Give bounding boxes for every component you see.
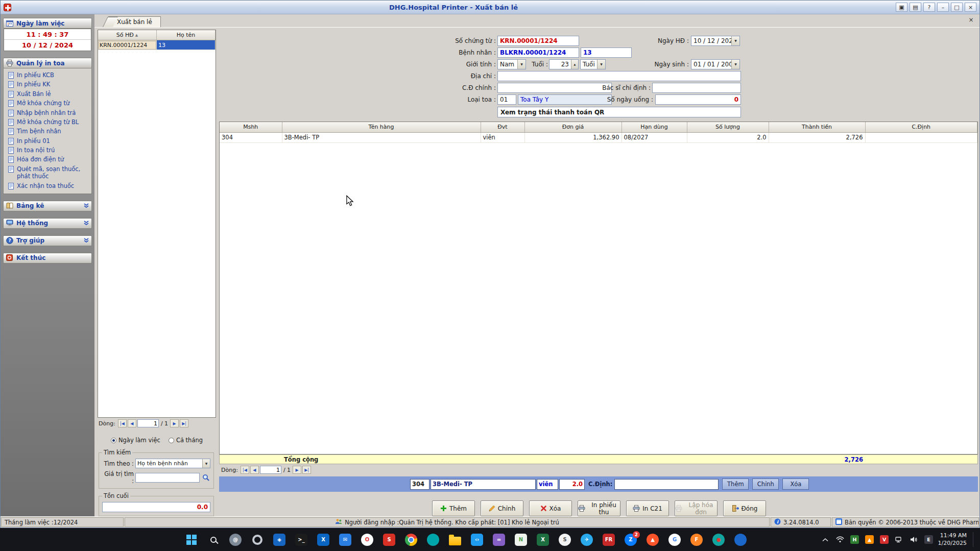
start-button[interactable] [184,532,199,547]
chevron-down-icon[interactable]: ▼ [731,60,739,69]
column-so-hd[interactable]: Số HĐ▲ [98,30,157,40]
search-icon[interactable] [206,532,221,547]
grid-column-6[interactable]: Số lượng [687,122,769,132]
file-explorer-icon[interactable] [447,532,463,547]
column-ho-ten[interactable]: Họ tên [157,30,216,40]
sidebar-section-he-thong[interactable]: Hệ thống [3,218,92,229]
tab-close-button[interactable]: × [967,17,975,25]
grid-row[interactable]: 3043B-Medi- TPviên1,362.9008/20272.02,72… [220,132,977,142]
grid-column-1[interactable]: Mshh [220,122,282,132]
sidebar-item-in-phieu-01[interactable]: In phiếu 01 [5,136,90,146]
chevron-down-icon[interactable]: ▼ [517,60,525,69]
toolbar-window-button[interactable]: ▣ [896,3,907,12]
grid-column-8[interactable]: C.Định [865,122,977,132]
sidebar-item-mo-khoa-chung-tu[interactable]: Mở khóa chứng từ [5,99,90,108]
taskbar-clock[interactable]: 11:49 AM 1/20/2025 [938,532,967,547]
brave-icon[interactable]: ▲ [645,532,660,547]
sidebar-item-nhap-benh-nhan-tra[interactable]: Nhập bệnh nhân trả [5,108,90,117]
grid-column-5[interactable]: Hạn dùng [622,122,687,132]
sidebar-item-quet-ma-soan-thuoc-phat-thuoc[interactable]: Quét mã, soạn thuốc, phát thuốc [5,164,90,181]
edit-xoa-button[interactable]: Xóa [782,478,809,490]
settings-gear-icon[interactable] [250,532,265,547]
notepadpp-icon[interactable]: N [513,532,529,547]
in-c21-button[interactable]: In C21 [626,500,669,516]
grid-column-2[interactable]: Tên hàng [282,122,481,132]
edit-mshh-field[interactable]: 304 [410,479,429,490]
so-chung-tu-field[interactable]: KRN.00001/1224 [497,36,579,46]
loai-toa-code-field[interactable]: 01 [497,94,516,105]
radio-ngay-lam-viec[interactable]: Ngày làm việc [111,437,160,444]
grid-column-7[interactable]: Thành tiền [769,122,865,132]
benh-nhan-name-field[interactable]: 13 [581,47,632,58]
tuoi-unit-select[interactable]: Tuổi▼ [580,59,606,69]
ngay-sinh-field[interactable]: 01 / 01 / 2002▼ [691,59,740,69]
spinner-buttons[interactable]: ▲▼ [571,60,578,69]
spin-down-icon[interactable]: ▼ [571,69,578,69]
app-teal-red-icon[interactable]: ● [711,532,726,547]
find-by-select[interactable]: Họ tên bệnh nhân▼ [135,459,210,468]
chevron-down-icon[interactable]: ▼ [731,36,739,45]
toolbar-grid-button[interactable]: ▤ [910,3,921,12]
qr-status-button[interactable]: Xem trạng thái thanh toán QR [497,107,741,117]
edit-ten-hang-field[interactable]: 3B-Medi- TP [431,479,536,490]
dong-button[interactable]: Đóng [723,500,766,516]
sidebar-item-mo-khoa-chung-tu-bl[interactable]: Mở khóa chứng từ BL [5,117,90,127]
tuoi-spinner[interactable]: 23▲▼ [549,59,579,69]
maximize-button[interactable]: □ [951,3,963,12]
help-button[interactable]: ? [923,3,935,12]
sidebar-section-tro-giup[interactable]: ? Trợ giúp [3,235,92,246]
benh-nhan-code-field[interactable]: BLKRN.00001/1224 [497,47,579,58]
grid-column-4[interactable]: Đơn giá [524,122,622,132]
tray-shield-orange-icon[interactable]: ▲ [864,534,875,545]
edit-dvt-field[interactable]: viên [537,479,558,490]
zalo-icon[interactable]: Z2 [623,532,638,547]
prev-page-button[interactable]: ◀ [250,466,259,474]
edit-chinh-button[interactable]: Chỉnh [752,478,779,490]
chevron-down-icon[interactable]: ▼ [597,60,605,69]
gioi-tinh-select[interactable]: Nam▼ [497,59,526,69]
tray-volume-icon[interactable] [909,534,920,545]
app-o-red-icon[interactable]: O [360,532,375,547]
terminal-icon[interactable]: >_ [294,532,309,547]
sidebar-item-xuat-ban-le[interactable]: Xuất Bán lẻ [5,89,90,99]
grid-column-3[interactable]: Đvt [481,122,524,132]
search-value-input[interactable] [135,473,200,483]
tray-wifi-icon[interactable] [834,534,846,545]
close-button[interactable]: × [965,3,976,12]
sidebar-exit[interactable]: Kết thúc [3,253,92,263]
first-page-button[interactable]: |◀ [118,419,127,427]
invoice-row[interactable]: KRN.00001/1224 13 [98,40,216,50]
in-phieu-thu-button[interactable]: In phiếu thu [578,500,620,516]
dia-chi-field[interactable] [497,71,741,81]
tray-h-green-icon[interactable]: H [849,534,861,545]
lap-hoa-don-button[interactable]: Lập hóa đơn [675,500,718,516]
app-swirl-icon[interactable]: @ [228,532,243,547]
sidebar-item-in-phieu-kk[interactable]: In phiếu KK [5,80,90,89]
vscode-icon[interactable]: ‹› [469,532,485,547]
last-page-button[interactable]: ▶| [180,419,188,427]
app-teal-icon[interactable] [425,532,441,547]
tray-v-red-icon[interactable]: V [879,534,890,545]
app-g-icon[interactable]: G [667,532,682,547]
last-page-button[interactable]: ▶| [302,466,311,474]
app-s-red-icon[interactable]: S [381,532,397,547]
mail-icon[interactable]: ✉ [338,532,353,547]
spin-up-icon[interactable]: ▲ [571,60,578,69]
sidebar-item-xac-nhan-toa-thuoc[interactable]: Xác nhận toa thuốc [5,181,90,190]
so-ngay-uong-field[interactable]: 0 [655,94,741,105]
xoa-button[interactable]: Xóa [529,500,572,516]
them-button[interactable]: Thêm [432,500,475,516]
sidebar-section-bang-ke[interactable]: Bảng kê [3,201,92,211]
sidebar-item-in-phieu-kcb[interactable]: In phiếu KCB [5,70,90,80]
edit-cdinh-field[interactable] [614,479,719,490]
tray-lang-icon[interactable]: E [923,534,935,545]
chinh-button[interactable]: Chỉnh [481,500,523,516]
firefox-icon[interactable]: F [689,532,704,547]
ngay-hd-field[interactable]: 10 / 12 / 2024▼ [691,36,740,46]
app-blue-circle-icon[interactable] [733,532,748,547]
minimize-button[interactable]: – [937,3,949,12]
app-s-white-icon[interactable]: S [557,532,572,547]
first-page-button[interactable]: |◀ [241,466,249,474]
search-button[interactable] [201,473,210,482]
chrome-icon[interactable] [403,532,419,547]
